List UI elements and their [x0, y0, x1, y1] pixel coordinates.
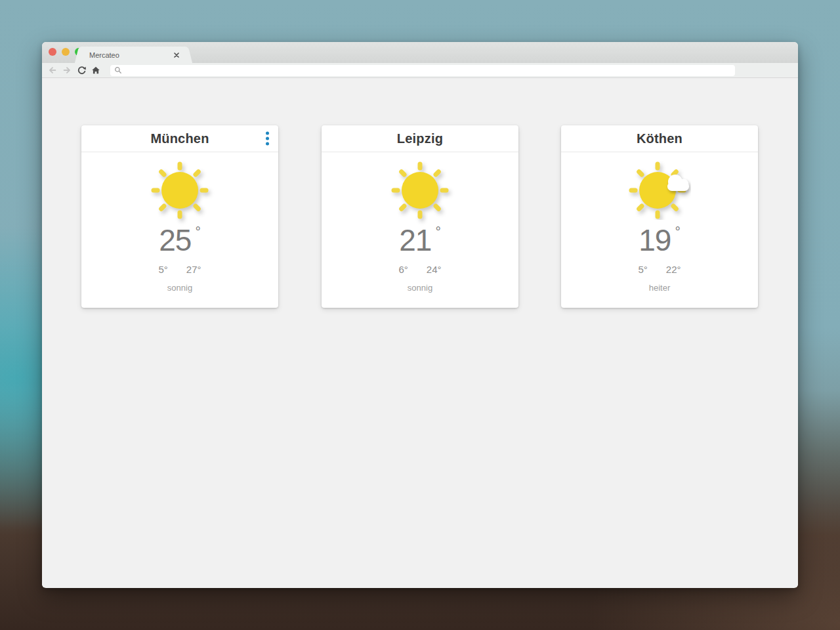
address-bar[interactable]	[110, 65, 735, 76]
card-header: Köthen	[561, 125, 758, 152]
minmax-row: 5° 27°	[158, 264, 201, 275]
forward-button[interactable]	[62, 65, 72, 75]
temperature-value: 25	[159, 225, 191, 255]
close-window-button[interactable]	[49, 48, 56, 56]
card-header: Leipzig	[322, 125, 518, 152]
browser-toolbar	[42, 63, 798, 78]
home-button[interactable]	[91, 65, 101, 75]
tab-title: Mercateo	[89, 51, 119, 59]
temperature-value: 21	[399, 225, 431, 255]
minmax-row: 6° 24°	[398, 264, 441, 275]
current-temperature: 21 °	[399, 225, 441, 255]
minimize-window-button[interactable]	[62, 48, 70, 56]
minmax-row: 5° 22°	[638, 264, 681, 275]
card-body: 21 ° 6° 24° sonnig	[322, 152, 518, 308]
low-temperature: 5°	[158, 264, 167, 275]
condition-label: sonnig	[408, 283, 432, 293]
card-body: 25 ° 5° 27° sonnig	[81, 152, 278, 308]
back-button[interactable]	[47, 65, 58, 75]
weather-card-muenchen: München	[81, 125, 278, 308]
degree-symbol: °	[435, 224, 440, 238]
reload-button[interactable]	[76, 65, 87, 75]
card-header: München	[81, 125, 278, 152]
card-menu-button[interactable]	[263, 129, 272, 148]
home-icon	[91, 66, 100, 75]
degree-symbol: °	[675, 224, 680, 238]
high-temperature: 27°	[186, 264, 201, 275]
condition-label: sonnig	[167, 283, 192, 293]
sun-icon	[390, 161, 450, 220]
reload-icon	[77, 66, 87, 75]
sun-cloud-icon	[628, 161, 691, 220]
sun-icon	[150, 161, 209, 220]
weather-card-koethen: Köthen	[561, 125, 758, 308]
low-temperature: 6°	[398, 264, 408, 275]
degree-symbol: °	[195, 224, 200, 238]
forward-icon	[62, 66, 72, 75]
condition-label: heiter	[649, 283, 671, 293]
current-temperature: 25 °	[159, 225, 201, 255]
low-temperature: 5°	[638, 264, 647, 275]
back-icon	[48, 66, 57, 75]
current-temperature: 19 °	[639, 225, 681, 255]
tab-close-icon[interactable]	[173, 51, 180, 59]
city-name: Köthen	[637, 131, 682, 146]
high-temperature: 24°	[427, 264, 442, 275]
search-icon	[114, 66, 122, 74]
browser-window: Mercateo München	[42, 42, 798, 588]
temperature-value: 19	[639, 225, 671, 255]
kebab-icon	[266, 132, 269, 135]
page-content: München	[42, 78, 798, 587]
card-body: 19 ° 5° 22° heiter	[561, 152, 758, 308]
city-name: Leipzig	[397, 131, 443, 146]
tab-mercateo[interactable]: Mercateo	[80, 47, 187, 63]
high-temperature: 22°	[666, 264, 681, 275]
city-name: München	[150, 131, 209, 146]
weather-card-leipzig: Leipzig 21	[322, 125, 518, 308]
address-input[interactable]	[122, 65, 735, 76]
browser-titlebar: Mercateo	[42, 42, 798, 63]
